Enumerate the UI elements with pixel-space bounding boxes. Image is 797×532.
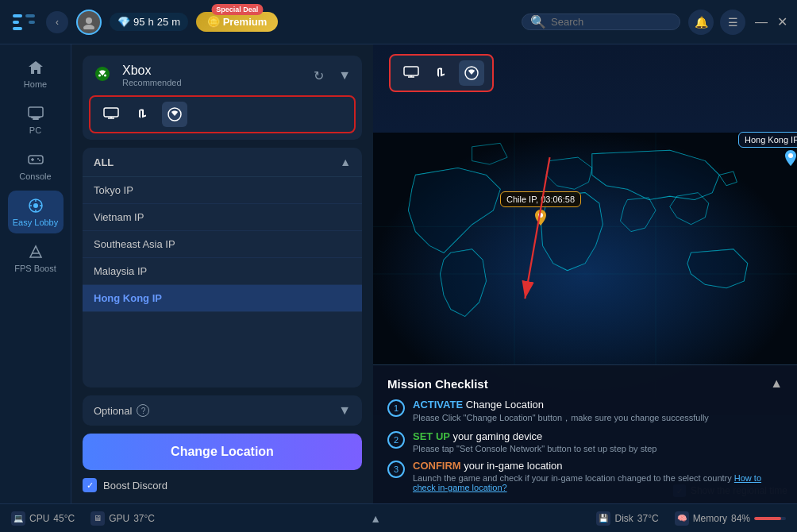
svg-rect-9 [31, 117, 40, 118]
svg-point-24 [98, 75, 101, 77]
server-item-southeast-asia[interactable]: Southeast Asia IP [83, 231, 362, 258]
memory-icon: 🧠 [675, 511, 689, 526]
optional-section[interactable]: Optional ? ▼ [83, 395, 362, 426]
credits-h: h [148, 16, 153, 28]
step-2-num: 2 [387, 431, 405, 449]
server-list-header: ALL ▲ [83, 148, 362, 177]
memory-label: Memory [693, 513, 727, 524]
platform-header[interactable]: Xbox Recommended ↻ ▼ [83, 56, 362, 95]
step-3-content: CONFIRM your in-game location Launch the… [413, 460, 783, 492]
search-bar: 🔍 [522, 13, 680, 30]
svg-marker-21 [30, 246, 41, 257]
sidebar-item-console-label: Console [19, 172, 51, 181]
server-list-card: ALL ▲ Tokyo IP Vietnam IP Southeast Asia… [83, 148, 362, 387]
platform-sub: Recommended [122, 78, 306, 87]
mission-steps: 1 ACTIVATE Change Location Please Click … [387, 399, 783, 492]
search-input[interactable] [551, 16, 672, 28]
gpu-icon: 🖥 [90, 511, 105, 526]
credits-display: 💎 95 h 25 m [110, 13, 188, 31]
platform-name: Xbox [122, 64, 306, 78]
svg-rect-2 [13, 27, 22, 30]
credits-m: m [171, 16, 180, 28]
coin-icon: 🪙 [207, 16, 220, 28]
sidebar-item-fps-boost-label: FPS Boost [14, 264, 56, 273]
map-platform-icons [389, 54, 494, 92]
main-layout: Home PC Console Easy Lobby FPS Boost [0, 44, 797, 503]
sidebar-item-home[interactable]: Home [8, 52, 64, 95]
memory-pct: 84% [731, 513, 750, 524]
close-btn[interactable]: ✕ [777, 14, 787, 29]
gpu-label: GPU [109, 513, 129, 524]
cpu-icon: 💻 [11, 511, 25, 526]
svg-rect-7 [29, 107, 43, 117]
svg-rect-1 [13, 21, 19, 24]
platform-refresh-icon[interactable]: ↻ [314, 68, 324, 83]
svg-point-40 [788, 153, 793, 158]
mission-checklist: Mission Checklist ▲ 1 ACTIVATE Change Lo… [373, 364, 797, 503]
status-bar: 💻 CPU 45°C 🖥 GPU 37°C ▲ 💾 Disk 37°C 🧠 Me… [0, 503, 797, 532]
step-2-title: SET UP your gaming device [413, 430, 783, 442]
svg-rect-8 [33, 118, 39, 120]
step-1-keyword: ACTIVATE [413, 399, 463, 411]
xbox-icon [94, 65, 114, 86]
step-2-desc: Please tap "Set Console Network" button … [413, 444, 783, 453]
platform-collapse-icon[interactable]: ▼ [338, 68, 351, 83]
change-location-btn[interactable]: Change Location [83, 434, 362, 470]
left-panel: Xbox Recommended ↻ ▼ [71, 44, 373, 503]
svg-rect-35 [404, 67, 418, 75]
status-expand-btn[interactable]: ▲ [370, 512, 381, 525]
sidebar-item-pc[interactable]: PC [8, 98, 64, 141]
avatar [76, 10, 102, 35]
svg-point-14 [39, 160, 40, 161]
topbar: ‹ 💎 95 h 25 m Special Deal 🪙 Premium 🔍 🔔… [0, 0, 797, 44]
sidebar-item-easy-lobby[interactable]: Easy Lobby [8, 191, 64, 233]
server-item-vietnam[interactable]: Vietnam IP [83, 204, 362, 231]
menu-btn[interactable]: ☰ [720, 10, 745, 35]
svg-rect-3 [25, 14, 35, 17]
step-1-desc: Please Click "Change Location" button，ma… [413, 412, 783, 424]
premium-label: Premium [223, 16, 268, 28]
disk-label: Disk [614, 513, 633, 524]
platform-card: Xbox Recommended ↻ ▼ [83, 56, 362, 140]
chile-pin-label: Chile IP, 03:06:58 [500, 191, 581, 207]
notification-btn[interactable]: 🔔 [688, 10, 714, 35]
nav-back-btn[interactable]: ‹ [46, 11, 68, 33]
disk-icon: 💾 [596, 511, 610, 526]
boost-discord-checkbox[interactable]: ✓ [83, 478, 97, 492]
platform-tab-pc[interactable] [98, 102, 124, 127]
server-item-tokyo[interactable]: Tokyo IP [83, 177, 362, 204]
premium-btn[interactable]: Special Deal 🪙 Premium [196, 12, 278, 32]
svg-point-6 [83, 25, 94, 29]
topbar-actions: 🔔 ☰ — ✕ [688, 10, 787, 35]
platform-tab-xbox[interactable] [162, 102, 187, 127]
gpu-temp: 37°C [133, 513, 155, 524]
minimize-btn[interactable]: — [755, 15, 768, 29]
map-pc-icon[interactable] [398, 60, 424, 86]
map-xbox-icon[interactable] [459, 60, 484, 86]
special-deal-badge: Special Deal [211, 4, 263, 15]
svg-rect-0 [13, 14, 22, 17]
step-3-rest: your in-game location [464, 460, 562, 472]
step-3-desc: Launch the game and check if your in-gam… [413, 473, 783, 492]
mission-title: Mission Checklist [387, 377, 488, 391]
mission-collapse-btn[interactable]: ▲ [770, 376, 783, 391]
svg-rect-10 [29, 156, 43, 164]
chile-pin[interactable]: Chile IP, 03:06:58 [500, 191, 581, 226]
memory-fill [754, 517, 781, 520]
server-item-hong-kong[interactable]: Hong Kong IP [83, 285, 362, 312]
server-list-collapse[interactable]: ▲ [340, 156, 351, 168]
step-2-content: SET UP your gaming device Please tap "Se… [413, 430, 783, 453]
hong-kong-pin[interactable]: Hong Kong IP, 15:06:58 [738, 132, 797, 166]
platform-tabs-row [89, 95, 356, 133]
boost-discord-row: ✓ Boost Discord [83, 478, 362, 492]
all-label: ALL [94, 156, 114, 168]
server-item-malaysia[interactable]: Malaysia IP [83, 258, 362, 285]
platform-tab-playstation[interactable] [130, 102, 156, 127]
boost-discord-label: Boost Discord [103, 480, 167, 492]
optional-expand-icon[interactable]: ▼ [338, 403, 351, 418]
sidebar-item-fps-boost[interactable]: FPS Boost [8, 237, 64, 279]
credits-amount: 95 [133, 16, 144, 28]
map-playstation-icon[interactable] [429, 60, 454, 86]
svg-point-13 [37, 158, 39, 160]
sidebar-item-console[interactable]: Console [8, 145, 64, 187]
